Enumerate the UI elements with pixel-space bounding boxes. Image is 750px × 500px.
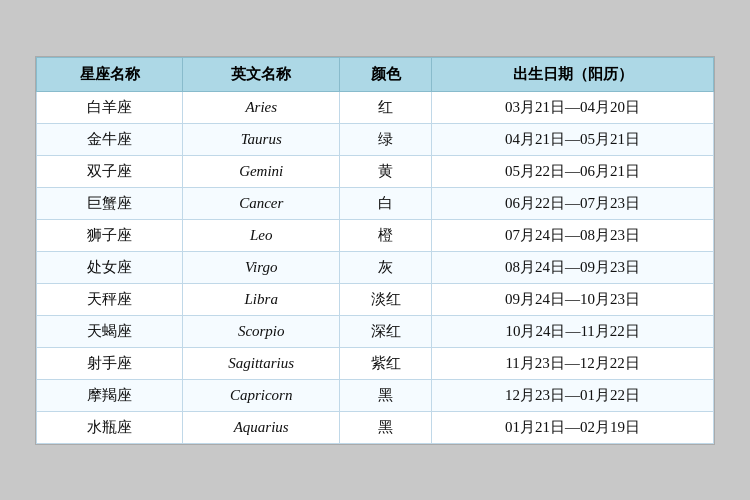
cell-en-name: Libra xyxy=(183,283,340,315)
cell-color: 橙 xyxy=(340,219,432,251)
header-color: 颜色 xyxy=(340,57,432,91)
table-header-row: 星座名称 英文名称 颜色 出生日期（阳历） xyxy=(37,57,714,91)
cell-zh-name: 金牛座 xyxy=(37,123,183,155)
cell-dates: 07月24日—08月23日 xyxy=(432,219,714,251)
cell-en-name: Sagittarius xyxy=(183,347,340,379)
cell-color: 黑 xyxy=(340,411,432,443)
cell-en-name: Leo xyxy=(183,219,340,251)
cell-zh-name: 巨蟹座 xyxy=(37,187,183,219)
cell-dates: 08月24日—09月23日 xyxy=(432,251,714,283)
cell-zh-name: 摩羯座 xyxy=(37,379,183,411)
table-row: 巨蟹座Cancer白06月22日—07月23日 xyxy=(37,187,714,219)
cell-dates: 04月21日—05月21日 xyxy=(432,123,714,155)
table-row: 水瓶座Aquarius黑01月21日—02月19日 xyxy=(37,411,714,443)
table-row: 狮子座Leo橙07月24日—08月23日 xyxy=(37,219,714,251)
cell-zh-name: 射手座 xyxy=(37,347,183,379)
cell-color: 紫红 xyxy=(340,347,432,379)
cell-dates: 09月24日—10月23日 xyxy=(432,283,714,315)
table-row: 射手座Sagittarius紫红11月23日—12月22日 xyxy=(37,347,714,379)
header-dates: 出生日期（阳历） xyxy=(432,57,714,91)
zodiac-table-container: 星座名称 英文名称 颜色 出生日期（阳历） 白羊座Aries红03月21日—04… xyxy=(35,56,715,445)
cell-dates: 01月21日—02月19日 xyxy=(432,411,714,443)
cell-color: 灰 xyxy=(340,251,432,283)
cell-color: 黑 xyxy=(340,379,432,411)
table-row: 摩羯座Capricorn黑12月23日—01月22日 xyxy=(37,379,714,411)
table-row: 处女座Virgo灰08月24日—09月23日 xyxy=(37,251,714,283)
cell-zh-name: 天蝎座 xyxy=(37,315,183,347)
cell-en-name: Scorpio xyxy=(183,315,340,347)
cell-zh-name: 双子座 xyxy=(37,155,183,187)
cell-en-name: Aries xyxy=(183,91,340,123)
cell-dates: 11月23日—12月22日 xyxy=(432,347,714,379)
cell-color: 淡红 xyxy=(340,283,432,315)
table-row: 金牛座Taurus绿04月21日—05月21日 xyxy=(37,123,714,155)
cell-dates: 03月21日—04月20日 xyxy=(432,91,714,123)
cell-dates: 06月22日—07月23日 xyxy=(432,187,714,219)
cell-color: 绿 xyxy=(340,123,432,155)
cell-zh-name: 白羊座 xyxy=(37,91,183,123)
cell-dates: 12月23日—01月22日 xyxy=(432,379,714,411)
table-row: 天蝎座Scorpio深红10月24日—11月22日 xyxy=(37,315,714,347)
table-row: 白羊座Aries红03月21日—04月20日 xyxy=(37,91,714,123)
cell-color: 深红 xyxy=(340,315,432,347)
zodiac-table: 星座名称 英文名称 颜色 出生日期（阳历） 白羊座Aries红03月21日—04… xyxy=(36,57,714,444)
table-body: 白羊座Aries红03月21日—04月20日金牛座Taurus绿04月21日—0… xyxy=(37,91,714,443)
cell-en-name: Aquarius xyxy=(183,411,340,443)
table-row: 天秤座Libra淡红09月24日—10月23日 xyxy=(37,283,714,315)
cell-en-name: Virgo xyxy=(183,251,340,283)
cell-en-name: Taurus xyxy=(183,123,340,155)
cell-en-name: Cancer xyxy=(183,187,340,219)
cell-zh-name: 狮子座 xyxy=(37,219,183,251)
cell-dates: 05月22日—06月21日 xyxy=(432,155,714,187)
cell-en-name: Gemini xyxy=(183,155,340,187)
cell-color: 红 xyxy=(340,91,432,123)
table-row: 双子座Gemini黄05月22日—06月21日 xyxy=(37,155,714,187)
header-en-name: 英文名称 xyxy=(183,57,340,91)
cell-color: 黄 xyxy=(340,155,432,187)
cell-dates: 10月24日—11月22日 xyxy=(432,315,714,347)
cell-zh-name: 处女座 xyxy=(37,251,183,283)
cell-zh-name: 水瓶座 xyxy=(37,411,183,443)
cell-en-name: Capricorn xyxy=(183,379,340,411)
cell-color: 白 xyxy=(340,187,432,219)
header-zh-name: 星座名称 xyxy=(37,57,183,91)
cell-zh-name: 天秤座 xyxy=(37,283,183,315)
